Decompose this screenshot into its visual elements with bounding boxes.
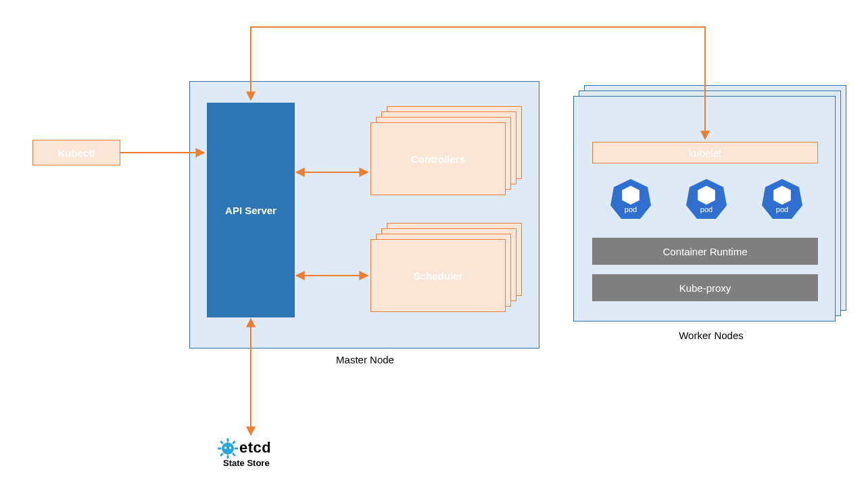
kubelet-box: kubelet bbox=[592, 142, 818, 163]
kube-proxy-box: Kube-proxy bbox=[592, 274, 818, 301]
container-runtime-label: Container Runtime bbox=[662, 246, 747, 257]
container-runtime-box: Container Runtime bbox=[592, 238, 818, 265]
kubelet-label: kubelet bbox=[689, 147, 721, 159]
pod-2: pod bbox=[684, 177, 729, 213]
pod-icon bbox=[608, 177, 653, 222]
kubectl-label: Kubectl bbox=[57, 147, 95, 159]
etcd-subtitle: State Store bbox=[223, 458, 270, 468]
master-node-title: Master Node bbox=[324, 354, 406, 365]
pod-3-label: pod bbox=[776, 205, 788, 213]
kube-proxy-label: Kube-proxy bbox=[679, 282, 731, 294]
diagram-canvas: Kubectl Master Node API Server Controlle… bbox=[0, 0, 868, 489]
pod-3: pod bbox=[760, 177, 804, 213]
kubectl-box: Kubectl bbox=[32, 140, 120, 165]
scheduler-card-1: Scheduler bbox=[370, 239, 506, 312]
svg-point-9 bbox=[222, 442, 234, 455]
svg-point-11 bbox=[229, 446, 231, 448]
controllers-card-1: Controllers bbox=[370, 122, 506, 195]
etcd-name: etcd bbox=[239, 439, 271, 457]
pod-1: pod bbox=[608, 177, 653, 213]
etcd-icon bbox=[218, 438, 238, 459]
pod-1-label: pod bbox=[625, 205, 637, 213]
pod-2-label: pod bbox=[700, 205, 713, 213]
scheduler-label: Scheduler bbox=[414, 270, 463, 282]
svg-point-10 bbox=[224, 446, 226, 448]
pod-icon bbox=[760, 177, 804, 222]
pod-icon bbox=[684, 177, 729, 222]
worker-nodes-title: Worker Nodes bbox=[671, 330, 752, 341]
api-server-box: API Server bbox=[207, 103, 295, 317]
controllers-label: Controllers bbox=[411, 153, 465, 165]
api-server-label: API Server bbox=[225, 205, 276, 216]
